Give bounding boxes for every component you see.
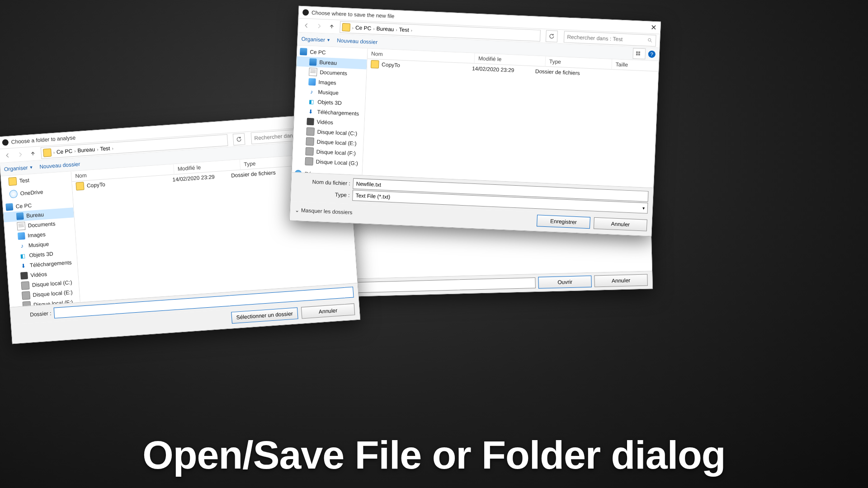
slide-caption: Open/Save File or Folder dialog — [0, 432, 868, 478]
cancel-button[interactable]: Annuler — [594, 274, 648, 287]
crumb-pc[interactable]: Ce PC — [355, 24, 372, 32]
view-button[interactable] — [632, 48, 646, 59]
col-size[interactable]: Taille — [612, 59, 659, 71]
file-type: Dossier de fichiers — [535, 68, 580, 76]
nav-forward-button[interactable] — [15, 150, 25, 159]
crumb-desktop[interactable]: Bureau — [77, 146, 95, 154]
svg-rect-7 — [638, 52, 640, 53]
desktop-icon — [309, 58, 317, 66]
search-icon — [647, 38, 653, 43]
svg-point-5 — [648, 38, 651, 41]
image-icon — [308, 78, 316, 86]
music-icon: ♪ — [18, 242, 26, 250]
folder-icon — [43, 148, 52, 157]
nav-up-button[interactable] — [28, 149, 38, 158]
disk-icon — [22, 291, 30, 300]
cube-icon: ◧ — [19, 252, 27, 260]
refresh-button[interactable] — [546, 30, 558, 42]
file-area: Nom Modifié le Type Taille CopyTo 14/02/… — [363, 48, 659, 188]
nav-up-button[interactable] — [327, 22, 336, 32]
new-folder-button[interactable]: Nouveau dossier — [39, 161, 80, 170]
nav-back-button[interactable] — [302, 21, 311, 30]
pc-icon — [5, 203, 13, 211]
download-icon: ⬇ — [19, 262, 27, 270]
disk-icon — [21, 281, 29, 290]
save-dialog: ✕ Choose where to save the new file › Ce… — [289, 6, 661, 237]
desktop-icon — [16, 212, 24, 220]
file-type: Dossier de fichiers — [231, 169, 276, 179]
crumb-pc[interactable]: Ce PC — [56, 148, 72, 155]
sidebar: Ce PC Bureau Documents Images ♪Musique ◧… — [292, 46, 368, 175]
pc-icon — [300, 48, 307, 56]
close-button[interactable]: ✕ — [651, 23, 657, 32]
filetype-label: Type : — [295, 190, 349, 198]
sidebar-item-onedrive[interactable]: OneDrive — [2, 185, 72, 200]
filename-label: Nom du fichier : — [296, 178, 350, 187]
organize-menu[interactable]: Organiser▼ — [4, 164, 33, 172]
file-modified: 14/02/2020 23:29 — [472, 66, 535, 75]
chevron-down-icon: ▾ — [642, 206, 645, 211]
window-title: Choose where to save the new file — [311, 9, 395, 19]
cancel-button[interactable]: Annuler — [301, 303, 355, 319]
select-folder-button[interactable]: Sélectionner un dossier — [231, 307, 298, 324]
crumb-desktop[interactable]: Bureau — [376, 25, 394, 33]
svg-rect-8 — [636, 53, 638, 55]
crumb-test[interactable]: Test — [100, 145, 110, 152]
save-button[interactable]: Enregistrer — [537, 215, 590, 229]
video-icon — [307, 118, 314, 126]
nav-back-button[interactable] — [3, 150, 12, 160]
chevron-down-icon: ⌄ — [295, 207, 300, 213]
folder-icon — [371, 60, 379, 69]
disk-icon — [305, 147, 314, 156]
disk-icon — [306, 137, 314, 146]
video-icon — [20, 272, 28, 280]
folder-icon — [342, 23, 350, 32]
cancel-button[interactable]: Annuler — [594, 217, 647, 231]
file-modified: 14/02/2020 23:29 — [172, 173, 231, 183]
disk-icon — [306, 127, 315, 136]
app-icon — [302, 9, 309, 16]
new-folder-button[interactable]: Nouveau dossier — [337, 37, 378, 45]
music-icon: ♪ — [308, 88, 316, 96]
folder-label: Dossier : — [15, 310, 52, 319]
open-button[interactable]: Ouvrir — [538, 276, 592, 289]
nav-forward-button[interactable] — [314, 21, 324, 31]
svg-rect-9 — [638, 54, 640, 56]
app-icon — [2, 139, 9, 146]
window-title: Choose a folder to analyse — [11, 134, 75, 145]
sidebar: Test OneDrive Ce PC Bureau Documents Ima… — [1, 171, 80, 307]
help-button[interactable]: ? — [648, 51, 656, 58]
refresh-button[interactable] — [233, 133, 245, 145]
download-icon: ⬇ — [307, 108, 315, 116]
svg-rect-6 — [636, 51, 638, 53]
image-icon — [18, 232, 25, 240]
document-icon — [17, 222, 25, 230]
hide-folders-toggle[interactable]: ⌄Masquer les dossiers — [295, 207, 353, 216]
crumb-test[interactable]: Test — [399, 26, 409, 33]
folder-icon — [75, 182, 84, 190]
file-name: CopyTo — [382, 61, 472, 72]
disk-icon — [305, 157, 313, 166]
organize-menu[interactable]: Organiser▼ — [301, 36, 330, 43]
cloud-icon — [9, 190, 18, 198]
cube-icon: ◧ — [307, 98, 315, 106]
folder-icon — [8, 177, 17, 186]
document-icon — [309, 68, 317, 76]
